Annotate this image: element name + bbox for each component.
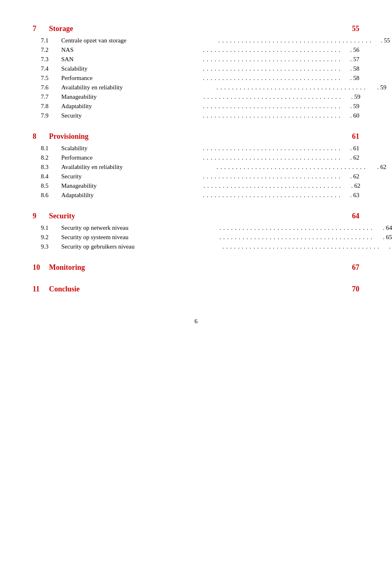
- chapter-11: 11Conclusie70: [33, 285, 359, 293]
- section-number: 9.2: [41, 234, 61, 241]
- section-page: . 59: [370, 84, 386, 91]
- section-page: . 62: [343, 173, 359, 180]
- chapter-line-11: 11Conclusie70: [33, 285, 359, 293]
- section-title: Scalability: [61, 145, 200, 152]
- chapter-number: 10: [33, 263, 49, 272]
- section-number: 8.1: [41, 145, 61, 152]
- chapter-line-8: 8Provisioning61: [33, 132, 359, 141]
- section-dots: . . . . . . . . . . . . . . . . . . . . …: [203, 56, 341, 63]
- section-line-7-1: 7.1Centrale opzet van storage . . . . . …: [33, 37, 359, 44]
- section-title: Availability en reliability: [61, 164, 213, 171]
- section-title: Adaptabililty: [61, 192, 200, 199]
- section-dots: . . . . . . . . . . . . . . . . . . . . …: [203, 173, 341, 180]
- section-page: . 64: [376, 224, 392, 231]
- section-title: Availability en reliability: [61, 84, 213, 91]
- section-dots: . . . . . . . . . . . . . . . . . . . . …: [218, 37, 372, 44]
- section-page: . 60: [343, 112, 359, 119]
- section-page: . 58: [343, 75, 359, 82]
- chapter-page: 61: [343, 132, 359, 141]
- chapter-8: 8Provisioning618.1Scalability . . . . . …: [33, 132, 359, 199]
- section-number: 7.4: [41, 65, 61, 72]
- chapter-10: 10Monitoring67: [33, 263, 359, 272]
- section-title: SAN: [61, 56, 200, 63]
- section-number: 7.2: [41, 47, 61, 53]
- section-line-7-5: 7.5Performance . . . . . . . . . . . . .…: [33, 75, 359, 82]
- section-dots: . . . . . . . . . . . . . . . . . . . . …: [203, 75, 341, 82]
- chapter-title: Provisioning: [49, 132, 343, 141]
- section-number: 7.1: [41, 37, 61, 44]
- chapter-title: Monitoring: [49, 263, 343, 272]
- section-dots: . . . . . . . . . . . . . . . . . . . . …: [203, 65, 341, 72]
- section-title: Security: [61, 173, 200, 180]
- chapter-page: 70: [343, 285, 359, 293]
- section-page: . 66: [382, 243, 392, 250]
- section-title: Adaptability: [61, 103, 200, 110]
- chapter-title: Storage: [49, 24, 343, 33]
- section-page: . 62: [344, 182, 360, 189]
- chapter-title: Security: [49, 212, 343, 220]
- page-footer: 6: [33, 318, 359, 325]
- section-title: Performance: [61, 154, 200, 161]
- section-dots: . . . . . . . . . . . . . . . . . . . . …: [216, 164, 368, 171]
- section-page: . 61: [343, 145, 359, 152]
- section-number: 8.6: [41, 192, 61, 199]
- section-number: 7.3: [41, 56, 61, 63]
- section-line-7-6: 7.6Availability en reliability . . . . .…: [33, 84, 359, 91]
- section-number: 7.7: [41, 93, 61, 100]
- section-page: . 59: [343, 103, 359, 110]
- chapter-line-7: 7Storage55: [33, 24, 359, 33]
- section-page: . 56: [343, 47, 359, 53]
- section-dots: . . . . . . . . . . . . . . . . . . . . …: [203, 154, 341, 161]
- section-line-9-3: 9.3Security op gebruikers niveau . . . .…: [33, 243, 359, 250]
- section-dots: . . . . . . . . . . . . . . . . . . . . …: [203, 103, 341, 110]
- section-title: Centrale opzet van storage: [61, 37, 215, 44]
- section-number: 7.6: [41, 84, 61, 91]
- chapter-title: Conclusie: [49, 285, 343, 293]
- section-title: Security op gebruikers niveau: [61, 243, 219, 250]
- chapter-number: 8: [33, 132, 49, 141]
- section-page: . 65: [376, 234, 392, 241]
- section-number: 7.5: [41, 75, 61, 82]
- chapter-line-10: 10Monitoring67: [33, 263, 359, 272]
- section-line-8-3: 8.3Availability en reliability . . . . .…: [33, 164, 359, 171]
- section-dots: . . . . . . . . . . . . . . . . . . . . …: [203, 47, 341, 53]
- section-line-8-1: 8.1Scalability . . . . . . . . . . . . .…: [33, 145, 359, 152]
- section-line-7-7: 7.7Manageability . . . . . . . . . . . .…: [33, 93, 359, 100]
- section-dots: . . . . . . . . . . . . . . . . . . . . …: [216, 84, 368, 91]
- section-title: Manageability: [61, 182, 200, 189]
- section-title: Security op netwerk niveau: [61, 224, 216, 231]
- section-dots: . . . . . . . . . . . . . . . . . . . . …: [203, 192, 341, 199]
- chapter-page: 64: [343, 212, 359, 220]
- section-line-8-5: 8.5Manageability . . . . . . . . . . . .…: [33, 182, 359, 189]
- section-line-7-4: 7.4Scalability . . . . . . . . . . . . .…: [33, 65, 359, 72]
- section-line-7-3: 7.3SAN . . . . . . . . . . . . . . . . .…: [33, 56, 359, 63]
- chapter-number: 9: [33, 212, 49, 220]
- section-number: 8.2: [41, 154, 61, 161]
- chapter-7: 7Storage557.1Centrale opzet van storage …: [33, 24, 359, 119]
- chapter-page: 67: [343, 263, 359, 272]
- section-dots: . . . . . . . . . . . . . . . . . . . . …: [219, 224, 374, 231]
- chapter-page: 55: [343, 24, 359, 33]
- chapter-9: 9Security649.1Security op netwerk niveau…: [33, 212, 359, 250]
- section-dots: . . . . . . . . . . . . . . . . . . . . …: [223, 243, 381, 250]
- section-line-7-9: 7.9Security . . . . . . . . . . . . . . …: [33, 112, 359, 119]
- section-number: 7.8: [41, 103, 61, 110]
- section-dots: . . . . . . . . . . . . . . . . . . . . …: [219, 234, 374, 241]
- section-title: Security: [61, 112, 200, 119]
- section-line-7-8: 7.8Adaptability . . . . . . . . . . . . …: [33, 103, 359, 110]
- section-dots: . . . . . . . . . . . . . . . . . . . . …: [203, 93, 342, 100]
- section-page: . 58: [343, 65, 359, 72]
- section-line-8-6: 8.6Adaptabililty . . . . . . . . . . . .…: [33, 192, 359, 199]
- section-number: 9.1: [41, 224, 61, 231]
- section-number: 9.3: [41, 243, 61, 250]
- section-dots: . . . . . . . . . . . . . . . . . . . . …: [203, 145, 341, 152]
- section-page: . 63: [343, 192, 359, 199]
- section-line-8-2: 8.2Performance . . . . . . . . . . . . .…: [33, 154, 359, 161]
- section-line-7-2: 7.2NAS . . . . . . . . . . . . . . . . .…: [33, 47, 359, 53]
- section-page: . 59: [344, 93, 360, 100]
- section-page: . 55: [374, 37, 390, 44]
- section-number: 8.3: [41, 164, 61, 171]
- section-page: . 57: [343, 56, 359, 63]
- section-page: . 62: [343, 154, 359, 161]
- section-number: 8.5: [41, 182, 61, 189]
